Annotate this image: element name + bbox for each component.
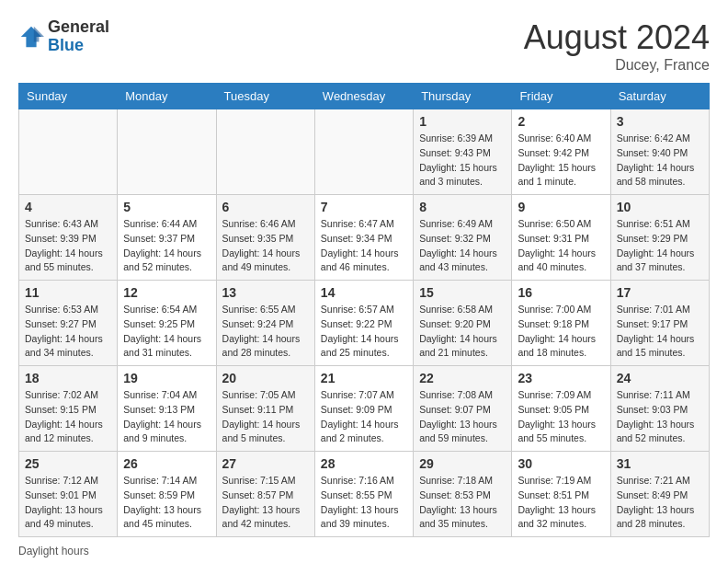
- day-number: 20: [222, 371, 309, 385]
- table-cell: [19, 109, 118, 195]
- day-number: 10: [617, 200, 703, 214]
- day-number: 23: [518, 371, 604, 385]
- day-info: Sunrise: 6:58 AM Sunset: 9:20 PM Dayligh…: [419, 303, 506, 361]
- day-number: 22: [419, 371, 506, 385]
- table-cell: 30Sunrise: 7:19 AM Sunset: 8:51 PM Dayli…: [512, 452, 610, 537]
- table-cell: 26Sunrise: 7:14 AM Sunset: 8:59 PM Dayli…: [118, 452, 216, 537]
- header-tuesday: Tuesday: [216, 84, 314, 109]
- table-cell: 13Sunrise: 6:55 AM Sunset: 9:24 PM Dayli…: [216, 281, 314, 366]
- week-row-1: 1Sunrise: 6:39 AM Sunset: 9:43 PM Daylig…: [19, 109, 710, 195]
- day-number: 6: [222, 200, 309, 214]
- table-cell: 10Sunrise: 6:51 AM Sunset: 9:29 PM Dayli…: [610, 195, 709, 281]
- day-info: Sunrise: 6:47 AM Sunset: 9:34 PM Dayligh…: [321, 217, 407, 275]
- svg-marker-1: [34, 27, 44, 42]
- day-number: 26: [123, 456, 210, 471]
- table-cell: 20Sunrise: 7:05 AM Sunset: 9:11 PM Dayli…: [216, 366, 314, 452]
- table-cell: 3Sunrise: 6:42 AM Sunset: 9:40 PM Daylig…: [610, 109, 709, 195]
- table-cell: 12Sunrise: 6:54 AM Sunset: 9:25 PM Dayli…: [118, 281, 216, 366]
- week-row-2: 4Sunrise: 6:43 AM Sunset: 9:39 PM Daylig…: [19, 195, 710, 281]
- day-number: 24: [617, 371, 703, 385]
- page-header: General Blue August 2024 Ducey, France: [18, 18, 710, 74]
- day-info: Sunrise: 7:01 AM Sunset: 9:17 PM Dayligh…: [617, 303, 703, 361]
- week-row-4: 18Sunrise: 7:02 AM Sunset: 9:15 PM Dayli…: [19, 366, 710, 452]
- table-cell: 25Sunrise: 7:12 AM Sunset: 9:01 PM Dayli…: [19, 452, 118, 537]
- day-info: Sunrise: 7:07 AM Sunset: 9:09 PM Dayligh…: [321, 388, 407, 446]
- day-info: Sunrise: 7:09 AM Sunset: 9:05 PM Dayligh…: [518, 388, 604, 446]
- day-info: Sunrise: 7:02 AM Sunset: 9:15 PM Dayligh…: [25, 388, 111, 446]
- header-saturday: Saturday: [610, 84, 709, 109]
- table-cell: [118, 109, 216, 195]
- table-cell: 6Sunrise: 6:46 AM Sunset: 9:35 PM Daylig…: [216, 195, 314, 281]
- day-info: Sunrise: 7:04 AM Sunset: 9:13 PM Dayligh…: [123, 388, 210, 446]
- day-number: 30: [518, 456, 604, 471]
- day-info: Sunrise: 6:46 AM Sunset: 9:35 PM Dayligh…: [222, 217, 309, 275]
- table-cell: 18Sunrise: 7:02 AM Sunset: 9:15 PM Dayli…: [19, 366, 118, 452]
- day-info: Sunrise: 6:51 AM Sunset: 9:29 PM Dayligh…: [617, 217, 703, 275]
- day-info: Sunrise: 6:49 AM Sunset: 9:32 PM Dayligh…: [419, 217, 506, 275]
- day-number: 8: [419, 200, 506, 214]
- day-info: Sunrise: 7:12 AM Sunset: 9:01 PM Dayligh…: [25, 474, 111, 532]
- day-info: Sunrise: 7:08 AM Sunset: 9:07 PM Dayligh…: [419, 388, 506, 446]
- title-area: August 2024 Ducey, France: [524, 18, 710, 74]
- day-info: Sunrise: 6:57 AM Sunset: 9:22 PM Dayligh…: [321, 303, 407, 361]
- day-info: Sunrise: 7:19 AM Sunset: 8:51 PM Dayligh…: [518, 474, 604, 532]
- logo: General Blue: [18, 18, 109, 55]
- table-cell: 29Sunrise: 7:18 AM Sunset: 8:53 PM Dayli…: [414, 452, 512, 537]
- week-row-5: 25Sunrise: 7:12 AM Sunset: 9:01 PM Dayli…: [19, 452, 710, 537]
- week-row-3: 11Sunrise: 6:53 AM Sunset: 9:27 PM Dayli…: [19, 281, 710, 366]
- day-number: 25: [25, 456, 111, 471]
- day-number: 21: [321, 371, 407, 385]
- table-cell: 27Sunrise: 7:15 AM Sunset: 8:57 PM Dayli…: [216, 452, 314, 537]
- table-cell: 21Sunrise: 7:07 AM Sunset: 9:09 PM Dayli…: [314, 366, 413, 452]
- table-cell: 31Sunrise: 7:21 AM Sunset: 8:49 PM Dayli…: [610, 452, 709, 537]
- table-cell: 24Sunrise: 7:11 AM Sunset: 9:03 PM Dayli…: [610, 366, 709, 452]
- header-row: SundayMondayTuesdayWednesdayThursdayFrid…: [19, 84, 710, 109]
- day-info: Sunrise: 6:53 AM Sunset: 9:27 PM Dayligh…: [25, 303, 111, 361]
- table-cell: 5Sunrise: 6:44 AM Sunset: 9:37 PM Daylig…: [118, 195, 216, 281]
- table-cell: 8Sunrise: 6:49 AM Sunset: 9:32 PM Daylig…: [414, 195, 512, 281]
- table-cell: 1Sunrise: 6:39 AM Sunset: 9:43 PM Daylig…: [414, 109, 512, 195]
- table-cell: [314, 109, 413, 195]
- day-number: 3: [617, 114, 703, 129]
- day-info: Sunrise: 7:05 AM Sunset: 9:11 PM Dayligh…: [222, 388, 309, 446]
- table-cell: 7Sunrise: 6:47 AM Sunset: 9:34 PM Daylig…: [314, 195, 413, 281]
- daylight-label: Daylight hours: [18, 545, 89, 557]
- calendar-table: SundayMondayTuesdayWednesdayThursdayFrid…: [18, 83, 710, 537]
- table-cell: 19Sunrise: 7:04 AM Sunset: 9:13 PM Dayli…: [118, 366, 216, 452]
- month-year-title: August 2024: [524, 18, 710, 57]
- logo-general-text: General: [48, 18, 109, 37]
- day-number: 28: [321, 456, 407, 471]
- day-number: 27: [222, 456, 309, 471]
- day-info: Sunrise: 7:21 AM Sunset: 8:49 PM Dayligh…: [617, 474, 703, 532]
- day-info: Sunrise: 6:42 AM Sunset: 9:40 PM Dayligh…: [617, 132, 703, 190]
- header-sunday: Sunday: [19, 84, 118, 109]
- table-cell: 16Sunrise: 7:00 AM Sunset: 9:18 PM Dayli…: [512, 281, 610, 366]
- day-info: Sunrise: 6:54 AM Sunset: 9:25 PM Dayligh…: [123, 303, 210, 361]
- table-cell: 23Sunrise: 7:09 AM Sunset: 9:05 PM Dayli…: [512, 366, 610, 452]
- day-number: 9: [518, 200, 604, 214]
- table-cell: 4Sunrise: 6:43 AM Sunset: 9:39 PM Daylig…: [19, 195, 118, 281]
- day-info: Sunrise: 6:43 AM Sunset: 9:39 PM Dayligh…: [25, 217, 111, 275]
- header-wednesday: Wednesday: [314, 84, 413, 109]
- day-number: 31: [617, 456, 703, 471]
- table-cell: 9Sunrise: 6:50 AM Sunset: 9:31 PM Daylig…: [512, 195, 610, 281]
- day-number: 18: [25, 371, 111, 385]
- footer: Daylight hours: [18, 545, 710, 557]
- table-cell: 22Sunrise: 7:08 AM Sunset: 9:07 PM Dayli…: [414, 366, 512, 452]
- day-info: Sunrise: 6:55 AM Sunset: 9:24 PM Dayligh…: [222, 303, 309, 361]
- day-number: 14: [321, 285, 407, 300]
- day-number: 29: [419, 456, 506, 471]
- day-info: Sunrise: 7:15 AM Sunset: 8:57 PM Dayligh…: [222, 474, 309, 532]
- day-info: Sunrise: 7:16 AM Sunset: 8:55 PM Dayligh…: [321, 474, 407, 532]
- day-number: 16: [518, 285, 604, 300]
- header-thursday: Thursday: [414, 84, 512, 109]
- day-number: 7: [321, 200, 407, 214]
- table-cell: 28Sunrise: 7:16 AM Sunset: 8:55 PM Dayli…: [314, 452, 413, 537]
- day-number: 2: [518, 114, 604, 129]
- day-info: Sunrise: 6:40 AM Sunset: 9:42 PM Dayligh…: [518, 132, 604, 190]
- day-number: 12: [123, 285, 210, 300]
- table-cell: 11Sunrise: 6:53 AM Sunset: 9:27 PM Dayli…: [19, 281, 118, 366]
- day-number: 11: [25, 285, 111, 300]
- header-friday: Friday: [512, 84, 610, 109]
- day-number: 19: [123, 371, 210, 385]
